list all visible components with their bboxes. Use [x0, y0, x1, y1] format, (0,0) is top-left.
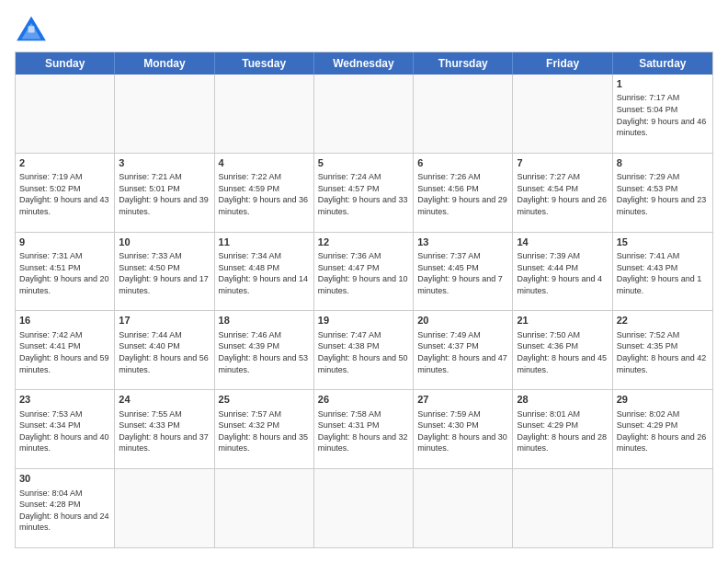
day-info: Sunrise: 7:58 AM Sunset: 4:31 PM Dayligh… — [318, 409, 408, 454]
calendar-cell-3-2: 18Sunrise: 7:46 AM Sunset: 4:39 PM Dayli… — [215, 311, 314, 389]
day-number: 29 — [617, 393, 709, 407]
calendar-row-4: 23Sunrise: 7:53 AM Sunset: 4:34 PM Dayli… — [16, 390, 712, 469]
svg-rect-2 — [28, 26, 34, 32]
calendar-cell-4-1: 24Sunrise: 7:55 AM Sunset: 4:33 PM Dayli… — [115, 390, 214, 468]
weekday-header-friday: Friday — [513, 52, 612, 75]
calendar-cell-0-0 — [16, 75, 115, 153]
calendar-row-2: 9Sunrise: 7:31 AM Sunset: 4:51 PM Daylig… — [16, 233, 712, 312]
calendar-cell-4-5: 28Sunrise: 8:01 AM Sunset: 4:29 PM Dayli… — [513, 390, 612, 468]
calendar-cell-1-3: 5Sunrise: 7:24 AM Sunset: 4:57 PM Daylig… — [314, 154, 414, 232]
calendar-cell-5-5 — [513, 469, 612, 547]
day-number: 10 — [119, 236, 210, 249]
calendar-cell-1-1: 3Sunrise: 7:21 AM Sunset: 5:01 PM Daylig… — [115, 154, 214, 232]
day-info: Sunrise: 7:42 AM Sunset: 4:41 PM Dayligh… — [19, 330, 109, 374]
calendar-cell-4-4: 27Sunrise: 7:59 AM Sunset: 4:30 PM Dayli… — [414, 390, 513, 468]
calendar-cell-2-3: 12Sunrise: 7:36 AM Sunset: 4:47 PM Dayli… — [314, 233, 414, 311]
calendar-cell-3-4: 20Sunrise: 7:49 AM Sunset: 4:37 PM Dayli… — [414, 311, 513, 389]
day-number: 14 — [517, 236, 608, 249]
day-info: Sunrise: 7:49 AM Sunset: 4:37 PM Dayligh… — [417, 330, 507, 374]
header — [15, 15, 713, 42]
day-info: Sunrise: 7:34 AM Sunset: 4:48 PM Dayligh… — [219, 251, 309, 295]
calendar-row-1: 2Sunrise: 7:19 AM Sunset: 5:02 PM Daylig… — [16, 154, 712, 233]
day-info: Sunrise: 7:27 AM Sunset: 4:54 PM Dayligh… — [517, 172, 607, 216]
calendar-cell-2-5: 14Sunrise: 7:39 AM Sunset: 4:44 PM Dayli… — [513, 233, 612, 311]
calendar-cell-3-3: 19Sunrise: 7:47 AM Sunset: 4:38 PM Dayli… — [314, 311, 414, 389]
day-info: Sunrise: 7:55 AM Sunset: 4:33 PM Dayligh… — [119, 409, 209, 454]
calendar-row-3: 16Sunrise: 7:42 AM Sunset: 4:41 PM Dayli… — [16, 311, 712, 390]
day-number: 11 — [219, 236, 310, 249]
calendar-row-0: 1Sunrise: 7:17 AM Sunset: 5:04 PM Daylig… — [16, 75, 712, 154]
logo-icon — [15, 15, 48, 42]
day-number: 2 — [19, 156, 110, 170]
day-info: Sunrise: 7:44 AM Sunset: 4:40 PM Dayligh… — [119, 330, 209, 374]
calendar-cell-0-6: 1Sunrise: 7:17 AM Sunset: 5:04 PM Daylig… — [613, 75, 712, 153]
day-info: Sunrise: 7:41 AM Sunset: 4:43 PM Dayligh… — [617, 251, 702, 295]
logo — [15, 15, 53, 42]
calendar-body: 1Sunrise: 7:17 AM Sunset: 5:04 PM Daylig… — [16, 75, 712, 547]
day-info: Sunrise: 8:01 AM Sunset: 4:29 PM Dayligh… — [517, 409, 607, 454]
calendar-cell-5-4 — [414, 469, 513, 547]
calendar-cell-1-5: 7Sunrise: 7:27 AM Sunset: 4:54 PM Daylig… — [513, 154, 612, 232]
day-number: 17 — [119, 314, 210, 327]
day-number: 5 — [318, 156, 409, 170]
day-number: 6 — [417, 156, 508, 170]
page: SundayMondayTuesdayWednesdayThursdayFrid… — [0, 0, 728, 563]
calendar-cell-5-6 — [613, 469, 712, 547]
calendar-cell-0-3 — [314, 75, 414, 153]
day-number: 15 — [617, 236, 709, 249]
day-number: 9 — [19, 236, 110, 249]
day-number: 12 — [318, 236, 409, 249]
calendar-cell-1-2: 4Sunrise: 7:22 AM Sunset: 4:59 PM Daylig… — [215, 154, 314, 232]
day-info: Sunrise: 7:59 AM Sunset: 4:30 PM Dayligh… — [417, 409, 507, 454]
day-info: Sunrise: 7:17 AM Sunset: 5:04 PM Dayligh… — [617, 93, 707, 137]
calendar-cell-5-3 — [314, 469, 414, 547]
day-number: 27 — [417, 393, 508, 407]
weekday-header-monday: Monday — [115, 52, 214, 75]
weekday-header-sunday: Sunday — [16, 52, 115, 75]
day-info: Sunrise: 7:53 AM Sunset: 4:34 PM Dayligh… — [19, 409, 109, 454]
day-info: Sunrise: 7:52 AM Sunset: 4:35 PM Dayligh… — [617, 330, 707, 374]
calendar-header: SundayMondayTuesdayWednesdayThursdayFrid… — [16, 52, 712, 75]
weekday-header-saturday: Saturday — [613, 52, 712, 75]
calendar-cell-3-6: 22Sunrise: 7:52 AM Sunset: 4:35 PM Dayli… — [613, 311, 712, 389]
day-info: Sunrise: 8:04 AM Sunset: 4:28 PM Dayligh… — [19, 488, 109, 533]
day-info: Sunrise: 7:29 AM Sunset: 4:53 PM Dayligh… — [617, 172, 707, 216]
calendar-row-5: 30Sunrise: 8:04 AM Sunset: 4:28 PM Dayli… — [16, 469, 712, 547]
calendar: SundayMondayTuesdayWednesdayThursdayFrid… — [15, 52, 713, 548]
day-info: Sunrise: 7:19 AM Sunset: 5:02 PM Dayligh… — [19, 172, 109, 216]
weekday-header-tuesday: Tuesday — [215, 52, 314, 75]
weekday-header-wednesday: Wednesday — [314, 52, 414, 75]
day-info: Sunrise: 7:36 AM Sunset: 4:47 PM Dayligh… — [318, 251, 408, 295]
day-number: 3 — [119, 156, 210, 170]
calendar-cell-2-4: 13Sunrise: 7:37 AM Sunset: 4:45 PM Dayli… — [414, 233, 513, 311]
calendar-cell-3-1: 17Sunrise: 7:44 AM Sunset: 4:40 PM Dayli… — [115, 311, 214, 389]
calendar-cell-1-0: 2Sunrise: 7:19 AM Sunset: 5:02 PM Daylig… — [16, 154, 115, 232]
calendar-cell-4-0: 23Sunrise: 7:53 AM Sunset: 4:34 PM Dayli… — [16, 390, 115, 468]
day-info: Sunrise: 7:24 AM Sunset: 4:57 PM Dayligh… — [318, 172, 408, 216]
day-number: 16 — [19, 314, 110, 327]
calendar-cell-3-5: 21Sunrise: 7:50 AM Sunset: 4:36 PM Dayli… — [513, 311, 612, 389]
day-info: Sunrise: 7:50 AM Sunset: 4:36 PM Dayligh… — [517, 330, 607, 374]
day-info: Sunrise: 8:02 AM Sunset: 4:29 PM Dayligh… — [617, 409, 707, 454]
day-number: 13 — [417, 236, 508, 249]
calendar-cell-0-1 — [115, 75, 214, 153]
calendar-cell-2-6: 15Sunrise: 7:41 AM Sunset: 4:43 PM Dayli… — [613, 233, 712, 311]
day-number: 25 — [219, 393, 310, 407]
weekday-header-thursday: Thursday — [414, 52, 513, 75]
day-number: 20 — [417, 314, 508, 327]
calendar-cell-0-5 — [513, 75, 612, 153]
calendar-cell-2-1: 10Sunrise: 7:33 AM Sunset: 4:50 PM Dayli… — [115, 233, 214, 311]
calendar-cell-5-0: 30Sunrise: 8:04 AM Sunset: 4:28 PM Dayli… — [16, 469, 115, 547]
calendar-cell-1-6: 8Sunrise: 7:29 AM Sunset: 4:53 PM Daylig… — [613, 154, 712, 232]
calendar-cell-4-2: 25Sunrise: 7:57 AM Sunset: 4:32 PM Dayli… — [215, 390, 314, 468]
day-number: 26 — [318, 393, 409, 407]
day-number: 22 — [617, 314, 709, 327]
calendar-cell-5-2 — [215, 469, 314, 547]
day-number: 30 — [19, 472, 110, 486]
day-number: 19 — [318, 314, 409, 327]
day-info: Sunrise: 7:37 AM Sunset: 4:45 PM Dayligh… — [417, 251, 503, 295]
calendar-cell-5-1 — [115, 469, 214, 547]
calendar-cell-4-3: 26Sunrise: 7:58 AM Sunset: 4:31 PM Dayli… — [314, 390, 414, 468]
day-number: 24 — [119, 393, 210, 407]
day-number: 21 — [517, 314, 608, 327]
